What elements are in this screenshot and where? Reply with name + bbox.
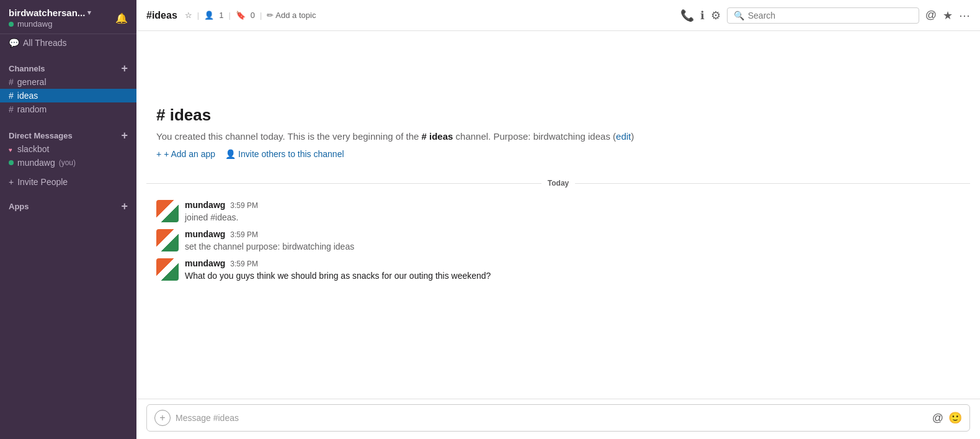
channel-intro: # ideas You created this channel today. … [136, 31, 980, 174]
apps-label: Apps [9, 202, 29, 211]
sidebar-item-general[interactable]: # general [0, 75, 136, 89]
threads-icon: 💬 [9, 38, 19, 48]
messages-area: mundawg 3:59 PM joined #ideas. mundawg 3… [136, 192, 980, 290]
add-app-icon[interactable]: + [121, 201, 128, 212]
message-content: mundawg 3:59 PM joined #ideas. [185, 200, 960, 224]
channels-section-header[interactable]: Channels + [0, 61, 136, 75]
search-box[interactable]: 🔍 [727, 7, 919, 24]
message-time: 3:59 PM [230, 230, 258, 239]
channel-intro-title: # ideas [156, 106, 960, 125]
invite-channel-label: Invite others to this channel [238, 149, 344, 159]
channel-name-general: general [17, 77, 47, 87]
bookmarks-count: 0 [251, 11, 255, 20]
sidebar: birdwatchersan... ▾ mundawg 🔔 💬 All Thre… [0, 0, 136, 439]
channel-title: #ideas [146, 10, 177, 21]
topbar-meta: ☆ | 👤 1 | 🔖 0 | ✏ Add a topic [185, 11, 316, 20]
add-app-plus-icon: + [156, 149, 161, 159]
sidebar-item-all-threads[interactable]: 💬 All Threads [0, 34, 136, 52]
search-input[interactable] [748, 11, 912, 20]
search-icon: 🔍 [734, 11, 744, 20]
phone-icon[interactable]: 📞 [680, 9, 694, 22]
add-content-button[interactable]: + [154, 410, 171, 426]
mundawg-status-dot [9, 160, 14, 165]
channel-name-random: random [17, 104, 47, 114]
table-row: mundawg 3:59 PM What do you guys think w… [136, 256, 980, 285]
online-status-dot [9, 22, 14, 27]
add-topic-link[interactable]: ✏ Add a topic [267, 11, 316, 20]
invite-person-icon: 👤 [225, 149, 236, 159]
emoji-icon[interactable]: 🙂 [948, 411, 962, 425]
apps-section: Apps + [0, 189, 136, 215]
dm-item-slackbot[interactable]: ♥ slackbot [0, 142, 136, 156]
user-status: mundawg [9, 19, 91, 29]
divider-line-left [146, 183, 541, 184]
message-time: 3:59 PM [230, 260, 258, 268]
apps-section-header[interactable]: Apps + [0, 199, 136, 213]
star-icon[interactable]: ★ [943, 9, 953, 22]
dm-item-mundawg[interactable]: mundawg (you) [0, 156, 136, 170]
message-author: mundawg [185, 258, 225, 268]
workspace-header: birdwatchersan... ▾ mundawg 🔔 [0, 0, 136, 34]
hash-icon: # [9, 91, 14, 101]
at-mention-icon[interactable]: @ [932, 412, 943, 425]
channels-section: Channels + # general # ideas # random [0, 52, 136, 119]
add-dm-icon[interactable]: + [121, 130, 128, 141]
pencil-icon: ✏ [267, 11, 274, 20]
hash-icon: # [9, 77, 14, 87]
message-time: 3:59 PM [230, 201, 258, 210]
message-text: joined #ideas. [185, 211, 960, 224]
message-input-area: + @ 🙂 [136, 399, 980, 439]
more-options-icon[interactable]: ⋯ [959, 9, 970, 22]
invite-to-channel-link[interactable]: 👤 Invite others to this channel [225, 149, 344, 159]
channel-body: # ideas You created this channel today. … [136, 31, 980, 399]
main-area: #ideas ☆ | 👤 1 | 🔖 0 | ✏ Add a topic 📞 ℹ… [136, 0, 980, 439]
at-icon[interactable]: @ [925, 9, 937, 22]
sidebar-item-random[interactable]: # random [0, 102, 136, 116]
avatar [156, 229, 179, 251]
topbar: #ideas ☆ | 👤 1 | 🔖 0 | ✏ Add a topic 📞 ℹ… [136, 0, 980, 31]
you-suffix: (you) [59, 158, 76, 167]
table-row: mundawg 3:59 PM set the channel purpose:… [136, 227, 980, 256]
topic-placeholder: Add a topic [275, 11, 316, 20]
invite-people-item[interactable]: + Invite People [0, 174, 136, 189]
dm-section: Direct Messages + ♥ slackbot mundawg (yo… [0, 119, 136, 172]
username-label: mundawg [17, 19, 52, 29]
message-text: What do you guys think we should bring a… [185, 269, 960, 283]
dm-label: Direct Messages [9, 131, 73, 140]
add-channel-icon[interactable]: + [121, 63, 128, 74]
message-content: mundawg 3:59 PM What do you guys think w… [185, 258, 960, 283]
members-count: 1 [219, 11, 223, 20]
today-divider: Today [136, 174, 980, 192]
divider-line-right [575, 183, 970, 184]
sidebar-item-ideas[interactable]: # ideas [0, 89, 136, 102]
avatar [156, 258, 179, 281]
info-icon[interactable]: ℹ [700, 9, 705, 22]
dm-section-header[interactable]: Direct Messages + [0, 129, 136, 142]
gear-icon[interactable]: ⚙ [711, 9, 721, 22]
edit-purpose-link[interactable]: edit [616, 131, 631, 142]
add-app-label: + Add an app [164, 149, 215, 159]
star-channel-icon[interactable]: ☆ [185, 11, 192, 20]
add-app-link[interactable]: + + Add an app [156, 149, 215, 159]
channel-intro-actions: + + Add an app 👤 Invite others to this c… [156, 149, 960, 159]
bookmark-icon: 🔖 [236, 11, 246, 20]
members-icon: 👤 [204, 11, 214, 20]
slackbot-heart-icon: ♥ [9, 147, 14, 152]
topbar-actions: 📞 ℹ ⚙ 🔍 @ ★ ⋯ [680, 7, 970, 24]
channel-intro-description: You created this channel today. This is … [156, 131, 960, 142]
table-row: mundawg 3:59 PM joined #ideas. [136, 197, 980, 227]
channels-label: Channels [9, 64, 45, 73]
message-author: mundawg [185, 229, 225, 239]
message-input[interactable] [176, 413, 927, 423]
hash-icon: # [9, 104, 14, 114]
invite-plus-icon: + [9, 177, 14, 187]
message-text: set the channel purpose: birdwatching id… [185, 240, 960, 253]
workspace-chevron-icon: ▾ [87, 9, 91, 17]
dm-name-slackbot: slackbot [17, 144, 49, 154]
channel-name-ideas: ideas [17, 91, 38, 101]
message-input-box: + @ 🙂 [146, 404, 970, 432]
all-threads-label: All Threads [23, 38, 67, 48]
today-label: Today [548, 179, 569, 188]
workspace-name[interactable]: birdwatchersan... ▾ [9, 7, 91, 18]
bell-icon[interactable]: 🔔 [115, 12, 128, 24]
